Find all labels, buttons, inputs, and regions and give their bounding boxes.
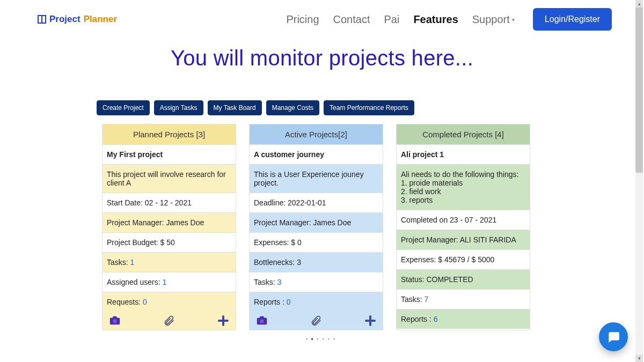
- nav-link-support-label: Support: [472, 13, 510, 26]
- column-header-active: Active Projects[2]: [250, 124, 383, 144]
- create-project-button[interactable]: Create Project: [97, 100, 150, 115]
- plus-icon[interactable]: [216, 315, 230, 327]
- dot-3[interactable]: •: [317, 336, 322, 343]
- card-assigned-value[interactable]: 1: [163, 278, 167, 286]
- nav-link-pricing[interactable]: Pricing: [286, 13, 319, 26]
- column-header-completed: Completed Projects [4]: [397, 124, 530, 144]
- card-desc-completed: Ali needs to do the following things: 1.…: [397, 164, 530, 210]
- svg-point-2: [113, 319, 116, 323]
- dot-2[interactable]: •: [311, 336, 317, 343]
- card-status-completed: Status: COMPLETED: [397, 269, 530, 289]
- column-planned: Planned Projects [3] My First project Th…: [102, 124, 236, 330]
- nav-link-contact[interactable]: Contact: [333, 13, 370, 26]
- card-tasks-value[interactable]: 1: [130, 258, 135, 267]
- card-requests-value[interactable]: 0: [143, 298, 147, 306]
- svg-point-7: [260, 319, 264, 323]
- card-reports-label: Reports :: [254, 298, 287, 306]
- manage-costs-button[interactable]: Manage Costs: [266, 100, 319, 115]
- card-tasks-completed[interactable]: Tasks: 7: [397, 289, 530, 309]
- carousel-dots[interactable]: ••••••: [0, 336, 644, 343]
- nav-link-pai[interactable]: Pai: [384, 13, 399, 26]
- plus-icon[interactable]: [363, 315, 377, 327]
- card-deadline-active: Deadline: 2022-01-01: [250, 193, 383, 212]
- nav-links: Pricing Contact Pai Features Support ▾: [286, 13, 514, 26]
- card-assigned-planned[interactable]: Assigned users: 1: [103, 272, 236, 292]
- card-pm-planned: Project Manager: James Doe: [103, 212, 236, 232]
- card-bottlenecks-active: Bottlenecks: 3: [250, 252, 383, 272]
- column-completed: Completed Projects [4] Ali project 1 Ali…: [396, 124, 530, 330]
- card-completedon: Completed on 23 - 07 - 2021: [397, 210, 530, 230]
- card-tasks-value[interactable]: 7: [425, 295, 429, 304]
- card-reports-active[interactable]: Reports : 0: [250, 292, 383, 312]
- login-register-button[interactable]: Login/Register: [533, 8, 612, 31]
- hero-heading: You will monitor projects here...: [0, 46, 644, 70]
- team-performance-reports-button[interactable]: Team Performance Reports: [324, 100, 414, 115]
- card-expenses-active: Expenses: $ 0: [250, 232, 383, 252]
- card-title-completed[interactable]: Ali project 1: [397, 144, 530, 164]
- svg-rect-1: [113, 316, 116, 319]
- card-reports-completed[interactable]: Reports : 6: [397, 309, 530, 329]
- chat-icon: [606, 330, 620, 344]
- my-task-board-button[interactable]: My Task Board: [208, 100, 262, 115]
- attachment-icon[interactable]: [309, 315, 323, 327]
- card-title-planned[interactable]: My First project: [103, 144, 236, 164]
- card-tasks-value[interactable]: 3: [277, 278, 282, 286]
- column-header-planned: Planned Projects [3]: [103, 124, 236, 144]
- card-tasks-planned[interactable]: Tasks: 1: [103, 252, 236, 272]
- card-desc-active: This is a User Experience jouney project…: [250, 164, 383, 193]
- card-tasks-active[interactable]: Tasks: 3: [250, 272, 383, 292]
- desc-line-2: 1. proide materials: [401, 179, 525, 187]
- svg-rect-6: [260, 316, 264, 319]
- chevron-down-icon: ▾: [512, 17, 515, 23]
- dot-6[interactable]: •: [333, 336, 338, 343]
- camera-icon[interactable]: [255, 315, 269, 327]
- scrollbar-arrow-down[interactable]: ▾: [635, 354, 643, 362]
- chat-button[interactable]: [599, 322, 628, 351]
- dot-1[interactable]: •: [305, 336, 311, 343]
- card-budget-planned: Project Budget: $ 50: [103, 232, 236, 252]
- column-active: Active Projects[2] A customer journey Th…: [249, 124, 383, 330]
- dot-4[interactable]: •: [322, 336, 327, 343]
- card-iconrow-planned: [103, 312, 236, 330]
- card-startdate-planned: Start Date: 02 - 12 - 2021: [103, 193, 236, 212]
- card-assigned-label: Assigned users:: [107, 278, 163, 286]
- card-reports-value[interactable]: 0: [287, 298, 291, 306]
- scrollbar-thumb[interactable]: [635, 1, 643, 173]
- card-expenses-completed: Expenses: $ 45679 / $ 5000: [397, 249, 530, 269]
- scrollbar-arrow-up[interactable]: ▴: [635, 0, 643, 8]
- card-requests-label: Requests:: [107, 298, 143, 306]
- nav-link-support[interactable]: Support ▾: [472, 13, 515, 26]
- logo-icon: [38, 15, 46, 24]
- card-desc-planned: This project will involve research for c…: [103, 164, 236, 193]
- desc-line-4: 3. reports: [401, 196, 525, 204]
- logo[interactable]: Project Planner: [38, 14, 117, 25]
- logo-word-2: Planner: [84, 14, 117, 25]
- card-pm-completed: Project Manager: ALI SITI FARIDA: [397, 230, 530, 249]
- assign-tasks-button[interactable]: Assign Tasks: [154, 100, 203, 115]
- desc-line-1: Ali needs to do the following things:: [401, 170, 525, 179]
- project-board: Planned Projects [3] My First project Th…: [0, 124, 644, 330]
- nav-link-features[interactable]: Features: [413, 13, 458, 26]
- card-iconrow-active: [250, 312, 383, 330]
- card-requests-planned[interactable]: Requests: 0: [103, 292, 236, 312]
- card-tasks-label: Tasks:: [254, 278, 277, 286]
- action-button-row: Create Project Assign Tasks My Task Boar…: [97, 100, 644, 115]
- dot-5[interactable]: •: [327, 336, 333, 343]
- card-reports-value[interactable]: 6: [434, 315, 438, 323]
- card-tasks-label: Tasks:: [107, 258, 130, 267]
- card-reports-label: Reports :: [401, 315, 434, 323]
- logo-word-1: Project: [49, 14, 80, 25]
- navbar: Project Planner Pricing Contact Pai Feat…: [0, 0, 644, 39]
- camera-icon[interactable]: [108, 315, 122, 327]
- card-pm-active: Project Manager: James Doe: [250, 212, 383, 232]
- attachment-icon[interactable]: [162, 315, 176, 327]
- card-title-active[interactable]: A customer journey: [250, 144, 383, 164]
- desc-line-3: 2. field work: [401, 187, 525, 196]
- card-tasks-label: Tasks:: [401, 295, 425, 304]
